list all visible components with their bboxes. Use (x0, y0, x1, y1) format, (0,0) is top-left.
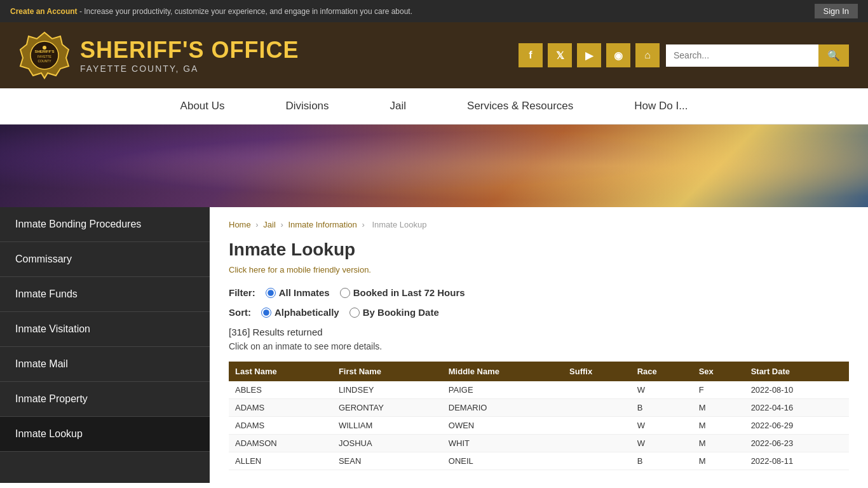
sort-label: Sort: (229, 307, 251, 318)
header-logo: SHERIFF'S FAYETTE COUNTY SHERIFF'S OFFIC… (19, 30, 299, 81)
sheriff-badge-icon: SHERIFF'S FAYETTE COUNTY (19, 30, 70, 81)
cell-sex: M (693, 452, 745, 470)
cell-middle: PAIGE (442, 381, 563, 399)
breadcrumb-sep-1: › (255, 220, 258, 229)
breadcrumb-sep-2: › (280, 220, 283, 229)
main-layout: Inmate Bonding Procedures Commissary Inm… (0, 207, 868, 483)
main-nav: About Us Divisions Jail Services & Resou… (0, 88, 868, 125)
cell-first: SEAN (332, 452, 442, 470)
col-first-name: First Name (332, 362, 442, 381)
main-content: Home › Jail › Inmate Information › Inmat… (210, 207, 868, 483)
col-middle-name: Middle Name (442, 362, 563, 381)
cell-suffix (563, 399, 631, 417)
sort-alpha[interactable]: Alphabetically (261, 307, 339, 318)
col-last-name: Last Name (229, 362, 332, 381)
cell-start_date: 2022-06-29 (745, 417, 849, 435)
header-title-block: SHERIFF'S OFFICE FAYETTE COUNTY, GA (80, 37, 299, 74)
col-suffix: Suffix (563, 362, 631, 381)
cell-sex: M (693, 435, 745, 452)
nav-item-jail[interactable]: Jail (360, 88, 437, 124)
search-bar: 🔍 (666, 44, 849, 67)
cell-suffix (563, 417, 631, 435)
filter-label: Filter: (229, 287, 255, 298)
create-account-link[interactable]: Create an Account (10, 7, 78, 16)
table-row[interactable]: ALLENSEANONEILBM2022-08-11 (229, 452, 849, 470)
sort-date[interactable]: By Booking Date (349, 307, 439, 318)
site-subtitle: FAYETTE COUNTY, GA (80, 64, 299, 74)
sidebar-item-inmate-funds[interactable]: Inmate Funds (0, 277, 210, 312)
breadcrumb-sep-3: › (362, 220, 364, 229)
sidebar-item-inmate-lookup[interactable]: Inmate Lookup (0, 417, 210, 452)
breadcrumb-inmate-info[interactable]: Inmate Information (288, 220, 356, 229)
cell-last: ADAMS (229, 417, 332, 435)
col-start-date: Start Date (745, 362, 849, 381)
filter-all-inmates[interactable]: All Inmates (266, 287, 330, 298)
cell-start_date: 2022-04-16 (745, 399, 849, 417)
home-social-icon[interactable]: ⌂ (635, 43, 660, 67)
sidebar-item-inmate-visitation[interactable]: Inmate Visitation (0, 312, 210, 347)
inmate-table: Last Name First Name Middle Name Suffix … (229, 362, 849, 470)
cell-race: W (631, 381, 693, 399)
filter-all-radio[interactable] (266, 288, 276, 298)
search-input[interactable] (666, 44, 818, 67)
sidebar-item-commissary[interactable]: Commissary (0, 242, 210, 277)
inmate-table-body: ABLESLINDSEYPAIGEWF2022-08-10ADAMSGERONT… (229, 381, 849, 470)
filter-72hours[interactable]: Booked in Last 72 Hours (340, 287, 465, 298)
mobile-friendly-link[interactable]: Click here for a mobile friendly version… (229, 265, 849, 274)
col-race: Race (631, 362, 693, 381)
cell-first: WILLIAM (332, 417, 442, 435)
sidebar-item-bonding-procedures[interactable]: Inmate Bonding Procedures (0, 207, 210, 242)
cell-first: LINDSEY (332, 381, 442, 399)
youtube-icon[interactable]: ▶ (577, 43, 601, 67)
svg-text:FAYETTE: FAYETTE (37, 55, 52, 58)
breadcrumb-home[interactable]: Home (229, 220, 251, 229)
top-bar-message: Create an Account - Increase your produc… (10, 7, 412, 16)
cell-race: W (631, 435, 693, 452)
cell-middle: DEMARIO (442, 399, 563, 417)
hero-banner (0, 125, 868, 207)
table-row[interactable]: ADAMSWILLIAMOWENWM2022-06-29 (229, 417, 849, 435)
facebook-icon[interactable]: f (519, 43, 543, 67)
table-row[interactable]: ADAMSGERONTAYDEMARIOBM2022-04-16 (229, 399, 849, 417)
cell-sex: F (693, 381, 745, 399)
social-icons: f 𝕏 ▶ ◉ ⌂ (519, 43, 660, 67)
instagram-icon[interactable]: ◉ (606, 43, 630, 67)
twitter-icon[interactable]: 𝕏 (548, 43, 572, 67)
site-title: SHERIFF'S OFFICE (80, 37, 299, 64)
cell-last: ALLEN (229, 452, 332, 470)
filter-row: Filter: All Inmates Booked in Last 72 Ho… (229, 287, 849, 298)
sign-in-button[interactable]: Sign In (815, 4, 858, 18)
cell-last: ADAMS (229, 399, 332, 417)
sort-row: Sort: Alphabetically By Booking Date (229, 307, 849, 318)
svg-text:SHERIFF'S: SHERIFF'S (34, 50, 54, 53)
table-row[interactable]: ADAMSONJOSHUAWHITWM2022-06-23 (229, 435, 849, 452)
top-bar-tagline: - Increase your productivity, customize … (79, 7, 412, 16)
header-right: f 𝕏 ▶ ◉ ⌂ 🔍 (519, 43, 849, 67)
table-row[interactable]: ABLESLINDSEYPAIGEWF2022-08-10 (229, 381, 849, 399)
sort-alpha-label: Alphabetically (275, 307, 339, 318)
nav-item-divisions[interactable]: Divisions (255, 88, 360, 124)
breadcrumb-jail[interactable]: Jail (263, 220, 276, 229)
breadcrumb-current: Inmate Lookup (372, 220, 426, 229)
cell-start_date: 2022-08-10 (745, 381, 849, 399)
cell-start_date: 2022-06-23 (745, 435, 849, 452)
cell-middle: WHIT (442, 435, 563, 452)
nav-item-about-us[interactable]: About Us (150, 88, 255, 124)
cell-race: B (631, 399, 693, 417)
nav-item-how-do-i[interactable]: How Do I... (604, 88, 718, 124)
breadcrumb: Home › Jail › Inmate Information › Inmat… (229, 220, 849, 229)
filter-all-label: All Inmates (279, 287, 330, 298)
top-bar: Create an Account - Increase your produc… (0, 0, 868, 22)
sidebar-item-inmate-mail[interactable]: Inmate Mail (0, 347, 210, 382)
cell-first: JOSHUA (332, 435, 442, 452)
cell-last: ABLES (229, 381, 332, 399)
sidebar-item-inmate-property[interactable]: Inmate Property (0, 382, 210, 417)
nav-item-services-resources[interactable]: Services & Resources (437, 88, 604, 124)
click-info: Click on an inmate to see more details. (229, 341, 849, 351)
sort-date-radio[interactable] (349, 308, 360, 318)
sort-alpha-radio[interactable] (261, 308, 271, 318)
cell-sex: M (693, 399, 745, 417)
search-button[interactable]: 🔍 (818, 44, 849, 67)
filter-72hours-radio[interactable] (340, 288, 350, 298)
site-header: SHERIFF'S FAYETTE COUNTY SHERIFF'S OFFIC… (0, 22, 868, 88)
